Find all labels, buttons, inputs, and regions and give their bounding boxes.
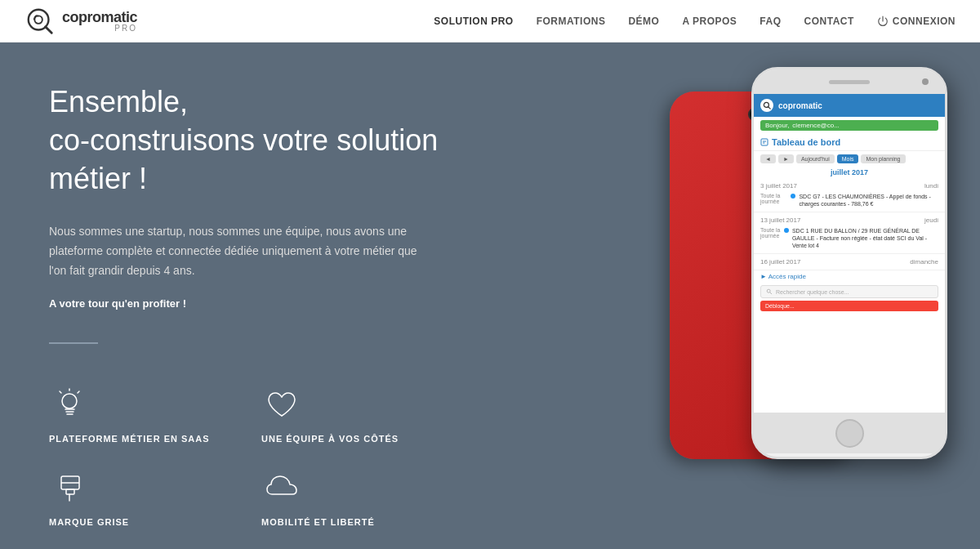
screen-quick-access: ► Accès rapide: [754, 270, 945, 283]
screen-header: copromatic: [754, 94, 945, 117]
phone-mockup: copromatic Bonjour, clemence@co... Table…: [670, 67, 947, 541]
screen-bottom-btn: Débloque...: [760, 301, 938, 311]
front-camera: [922, 78, 929, 85]
screen-section-title: Tableau de bord: [754, 134, 945, 151]
screen-month: juillet 2017: [754, 167, 945, 178]
event-row-1: 3 juillet 2017 lundi Toute la journée SD…: [754, 178, 945, 212]
screen-logo-text: copromatic: [778, 101, 822, 110]
event-row-3: 16 juillet 2017 dimanche: [754, 254, 945, 270]
nav-faq[interactable]: FAQ: [760, 16, 781, 27]
feature-platform: PLATEFORME MÉTIER EN SAAS: [49, 377, 261, 452]
logo-name: copromatic: [62, 10, 137, 25]
svg-point-1: [34, 16, 42, 24]
screen-search-placeholder: Rechercher quelque chose...: [776, 289, 849, 295]
heart-icon: [261, 385, 302, 426]
logo[interactable]: copromatic PRO: [24, 6, 137, 37]
svg-line-32: [770, 292, 772, 294]
svg-rect-8: [66, 489, 74, 494]
tab-month: Mois: [837, 154, 859, 163]
paint-brush-icon: [49, 468, 90, 509]
event-row-2: 13 juillet 2017 jeudi Toute la journée S…: [754, 212, 945, 254]
event-2: Toute la journée SDC 1 RUE DU BALLON / 2…: [760, 225, 938, 251]
cloud-icon: [261, 468, 302, 509]
phone-front: copromatic Bonjour, clemence@co... Table…: [751, 67, 947, 459]
features-grid: PLATEFORME MÉTIER EN SAAS UNE ÉQUIPE À V…: [49, 377, 474, 549]
feature-brand-label: MARQUE GRISE: [49, 517, 129, 527]
logo-pro: PRO: [62, 25, 137, 33]
screen-search[interactable]: Rechercher quelque chose...: [760, 285, 938, 298]
event-dot-2: [784, 228, 789, 233]
feature-legal: VEILLE JURIDIQUE ET LÉGALITÉ: [261, 543, 474, 549]
screen-user-email: clemence@co...: [792, 122, 839, 129]
tab-next: ►: [778, 154, 794, 163]
event-dot-1: [791, 194, 795, 199]
hero-cta: A votre tour qu'en profiter !: [49, 297, 474, 310]
tab-prev: ◄: [760, 154, 776, 163]
tab-planning: Mon planning: [861, 154, 905, 163]
phone-home-button[interactable]: [835, 419, 864, 448]
hero-description: Nous sommes une startup, nous sommes une…: [49, 222, 433, 280]
main-section: Ensemble, co-construisons votre solution…: [0, 42, 980, 549]
divider: [49, 342, 98, 344]
feature-mobility-label: MOBILITÉ ET LIBERTÉ: [261, 517, 375, 527]
screen-search-icon: [766, 288, 773, 295]
screen-user-greeting: Bonjour,: [765, 122, 789, 129]
svg-line-5: [78, 391, 79, 393]
feature-brand: MARQUE GRISE: [49, 460, 261, 535]
event-text-1: SDC G7 - LES CHAUMONIÈRES - Appel de fon…: [799, 193, 938, 208]
phone-speaker: [829, 80, 870, 84]
left-content: Ensemble, co-construisons votre solution…: [0, 42, 523, 549]
event-text-2: SDC 1 RUE DU BALLON / 29 RUE GÉNÉRAL DE …: [792, 227, 938, 249]
phone-screen: copromatic Bonjour, clemence@co... Table…: [754, 94, 945, 413]
phone-top-bar: [754, 69, 945, 94]
logo-text: copromatic PRO: [62, 10, 137, 33]
event-date-3: 16 juillet 2017 dimanche: [760, 257, 938, 267]
feature-platform-label: PLATEFORME MÉTIER EN SAAS: [49, 434, 210, 444]
nav-contact[interactable]: CONTACT: [804, 16, 854, 27]
connexion-label: CONNEXION: [893, 16, 956, 27]
screen-tabs: ◄ ► Aujourd'hui Mois Mon planning: [754, 151, 945, 167]
nav-connexion[interactable]: CONNEXION: [877, 16, 956, 27]
svg-line-27: [768, 107, 770, 109]
lightbulb-icon: [49, 385, 90, 426]
header: copromatic PRO SOLUTION PRO FORMATIONS D…: [0, 0, 980, 42]
event-date-2: 13 juillet 2017 jeudi: [760, 215, 938, 225]
feature-doc: DOCUMENTATION & FORMATION: [49, 543, 261, 549]
svg-rect-28: [761, 139, 768, 145]
nav-solution-pro[interactable]: SOLUTION PRO: [434, 16, 513, 27]
event-date-1: 3 juillet 2017 lundi: [760, 181, 938, 191]
event-1: Toute la journée SDC G7 - LES CHAUMONIÈR…: [760, 191, 938, 209]
svg-line-2: [46, 26, 52, 33]
feature-mobility: MOBILITÉ ET LIBERTÉ: [261, 460, 474, 535]
screen-logo-icon: [760, 99, 773, 112]
logo-icon: [24, 6, 56, 37]
svg-line-6: [60, 391, 61, 393]
power-icon: [877, 16, 889, 27]
nav-a-propos[interactable]: A PROPOS: [682, 16, 737, 27]
main-nav: SOLUTION PRO FORMATIONS DÉMO A PROPOS FA…: [434, 16, 956, 27]
tab-today: Aujourd'hui: [796, 154, 835, 163]
screen-user-badge: Bonjour, clemence@co...: [760, 120, 938, 131]
feature-team: UNE ÉQUIPE À VOS CÔTÉS: [261, 377, 474, 452]
nav-demo[interactable]: DÉMO: [628, 16, 659, 27]
hero-title: Ensemble, co-construisons votre solution…: [49, 83, 474, 198]
feature-team-label: UNE ÉQUIPE À VOS CÔTÉS: [261, 434, 399, 444]
nav-formations[interactable]: FORMATIONS: [537, 16, 606, 27]
phone-bottom-bar: [754, 413, 945, 453]
svg-point-3: [62, 394, 77, 408]
